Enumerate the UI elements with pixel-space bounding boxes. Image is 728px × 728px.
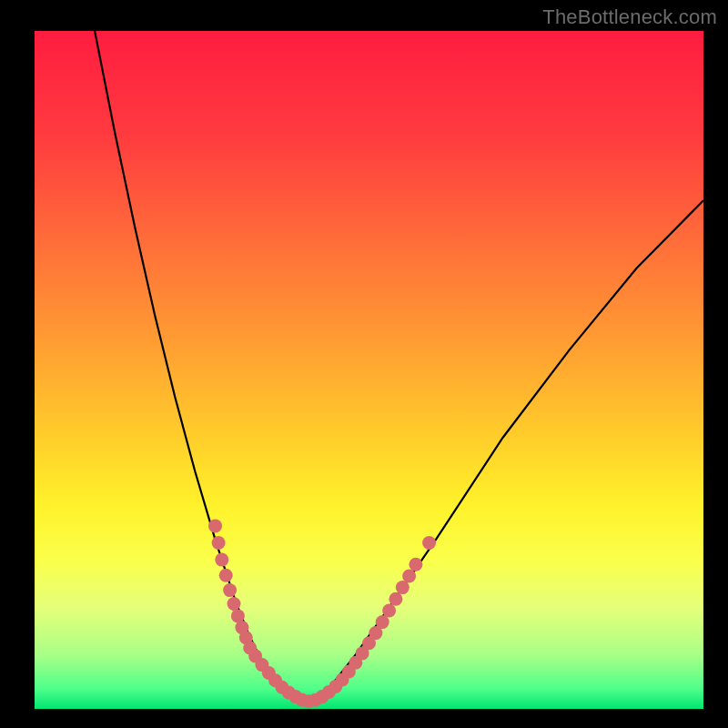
data-marker: [389, 592, 402, 606]
data-marker: [376, 615, 389, 629]
watermark-text: TheBottleneck.com: [542, 5, 717, 29]
data-marker: [208, 519, 222, 532]
data-marker: [382, 604, 396, 618]
data-marker: [219, 569, 233, 582]
data-marker: [396, 581, 410, 594]
data-marker: [223, 583, 237, 597]
data-marker: [212, 536, 226, 550]
chart-stage: TheBottleneck.com: [0, 0, 728, 728]
data-marker: [228, 597, 241, 611]
data-marker: [409, 558, 422, 571]
data-marker: [215, 553, 228, 567]
data-marker: [422, 536, 436, 550]
plot-background: [35, 31, 703, 709]
chart-svg: [0, 0, 728, 728]
data-marker: [402, 570, 416, 583]
